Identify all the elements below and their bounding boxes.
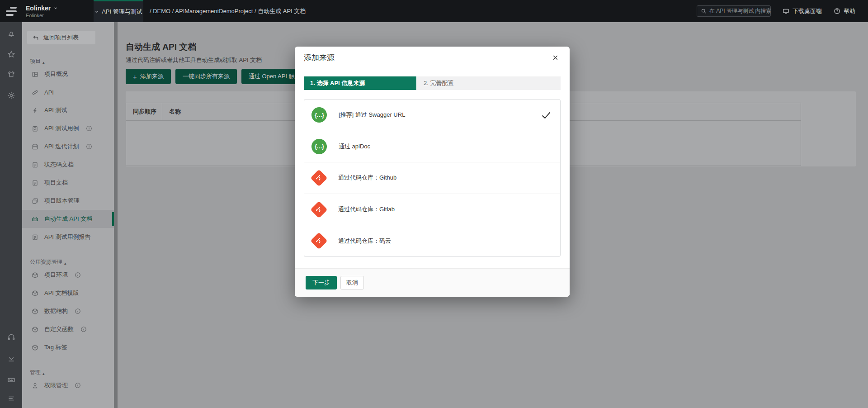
modal-title: 添加来源 (304, 52, 335, 63)
source-option[interactable]: 通过代码仓库：Gitlab (304, 194, 560, 225)
doc-icon (32, 234, 38, 241)
search-icon (701, 8, 707, 14)
sidebar-item-label: 项目文档 (44, 179, 68, 187)
chevron-down-icon (94, 9, 99, 14)
sidebar-item-label: API 测试用例报告 (44, 233, 91, 241)
source-option-label: 通过代码仓库：码云 (338, 237, 391, 245)
sidebar-item-label: 权限管理 (44, 381, 68, 389)
sidebar-item[interactable]: API 测试 (22, 101, 114, 119)
download-desktop-button[interactable]: 下载桌面端 (783, 7, 822, 15)
wizard-step-2[interactable]: 2. 完善配置 (417, 76, 561, 90)
sidebar-item[interactable]: API 文档模版 (22, 284, 114, 302)
doc-icon (32, 161, 38, 168)
source-option[interactable]: {…}[推荐] 通过 Swagger URL (304, 100, 560, 131)
sidebar-item-label: 项目概况 (44, 70, 68, 78)
headphones-icon[interactable] (0, 329, 22, 345)
robot-icon (32, 216, 38, 223)
menu-lines-icon[interactable] (0, 391, 22, 406)
app-logo[interactable] (0, 0, 22, 22)
back-to-projects-button[interactable]: 返回项目列表 (27, 31, 95, 44)
git-icon (310, 169, 327, 186)
back-to-projects-label: 返回项目列表 (43, 33, 79, 42)
open-api-trigger-button[interactable]: 通过 Open API 触 (241, 69, 302, 84)
caret-up-icon: ▴ (42, 60, 45, 65)
box-icon (32, 344, 38, 351)
sidebar-item[interactable]: Tag 标签 (22, 338, 114, 356)
cancel-button[interactable]: 取消 (340, 276, 364, 289)
sidebar-section-label[interactable]: 项目▴ (22, 45, 114, 65)
doc-icon (32, 180, 38, 186)
sidebar-item-label: 数据结构 (44, 307, 68, 315)
info-icon (75, 308, 81, 314)
info-icon (86, 143, 92, 150)
sidebar-item-label: API 文档模版 (44, 289, 79, 297)
top-bar: Eolinker Eolinker API 管理与测试 / DEMO / API… (0, 0, 868, 22)
modal-footer: 下一步 取消 (295, 268, 570, 297)
shirt-icon[interactable] (0, 66, 22, 82)
download-tray-icon[interactable] (0, 351, 22, 366)
bolt-icon (32, 107, 38, 114)
logo-bars-icon (6, 7, 17, 16)
sidebar-item-label: 状态码文档 (44, 161, 74, 169)
sidebar-item[interactable]: 项目版本管理 (22, 192, 114, 210)
sidebar-item[interactable]: 自定义函数 (22, 320, 114, 338)
sidebar-item[interactable]: 项目文档 (22, 174, 114, 192)
wizard-step-1[interactable]: 1. 选择 API 信息来源 (304, 76, 416, 90)
workspace-subtitle: Eolinker (26, 13, 80, 18)
info-icon (75, 382, 81, 389)
sidebar-item[interactable]: 权限管理 (22, 376, 114, 394)
sidebar-item[interactable]: API 迭代计划 (22, 138, 114, 156)
caret-up-icon: ▴ (64, 261, 66, 266)
dashboard-icon (32, 71, 38, 78)
column-sync-order: 同步顺序 (126, 103, 162, 120)
source-option[interactable]: 通过代码仓库：码云 (304, 225, 560, 256)
sidebar-item[interactable]: 项目环境 (22, 266, 114, 284)
sidebar-item[interactable]: API (22, 83, 114, 101)
source-option-label: 通过代码仓库：Gitlab (338, 205, 395, 213)
add-source-button[interactable]: +添加来源 (126, 69, 171, 84)
sidebar-item[interactable]: API 测试用例报告 (22, 228, 114, 246)
sidebar-item[interactable]: 状态码文档 (22, 156, 114, 174)
add-source-modal: 添加来源 1. 选择 API 信息来源2. 完善配置 {…}[推荐] 通过 Sw… (295, 47, 570, 297)
source-option[interactable]: {…}通过 apiDoc (304, 131, 560, 162)
source-option-label: 通过 apiDoc (339, 142, 370, 151)
source-option[interactable]: 通过代码仓库：Github (304, 162, 560, 194)
sidebar-item[interactable]: 项目概况 (22, 65, 114, 83)
tab-api-management[interactable]: API 管理与测试 (94, 0, 143, 22)
search-placeholder: 在 API 管理与测试 内搜索 (709, 7, 771, 15)
star-icon[interactable] (0, 47, 22, 62)
sidebar-item[interactable]: 自动生成 API 文档 (22, 210, 114, 228)
swagger-icon: {…} (311, 139, 327, 154)
source-options-list: {…}[推荐] 通过 Swagger URL{…}通过 apiDoc通过代码仓库… (304, 99, 561, 257)
chevron-down-icon (53, 6, 58, 10)
next-step-button[interactable]: 下一步 (306, 276, 337, 289)
keyboard-icon[interactable] (0, 372, 22, 388)
help-label: 帮助 (844, 7, 855, 15)
sidebar-section-label[interactable]: 公用资源管理▴ (22, 246, 114, 266)
git-icon (310, 201, 327, 218)
source-option-label: [推荐] 通过 Swagger URL (339, 111, 405, 119)
search-input[interactable]: 在 API 管理与测试 内搜索 (697, 5, 771, 17)
caret-up-icon: ▴ (42, 371, 45, 376)
workspace-switcher[interactable]: Eolinker Eolinker (26, 0, 80, 22)
person-icon (32, 382, 38, 389)
icon-rail (0, 22, 22, 408)
plus-icon: + (133, 73, 137, 81)
sync-all-button[interactable]: 一键同步所有来源 (175, 69, 237, 84)
calendar-icon (32, 143, 38, 150)
sidebar-scrollbar[interactable] (114, 22, 118, 408)
tag-icon (32, 89, 38, 96)
sidebar-item[interactable]: API 测试用例 (22, 119, 114, 138)
gear-icon[interactable] (0, 88, 22, 103)
help-button[interactable]: 帮助 (834, 7, 855, 15)
page-subtitle: 通过代码注解或者其他工具自动生成或抓取 API 文档 (126, 56, 262, 64)
sidebar-item[interactable]: 数据结构 (22, 302, 114, 320)
sidebar-section-label[interactable]: 管理▴ (22, 356, 114, 376)
bell-icon[interactable] (0, 26, 22, 42)
box-icon (32, 290, 38, 297)
column-name: 名称 (162, 103, 181, 120)
sidebar-item-label: API (44, 89, 54, 96)
back-arrow-icon (32, 34, 39, 41)
close-icon[interactable] (550, 52, 561, 63)
project-sidebar: 返回项目列表 项目▴项目概况APIAPI 测试API 测试用例API 迭代计划状… (22, 22, 114, 408)
